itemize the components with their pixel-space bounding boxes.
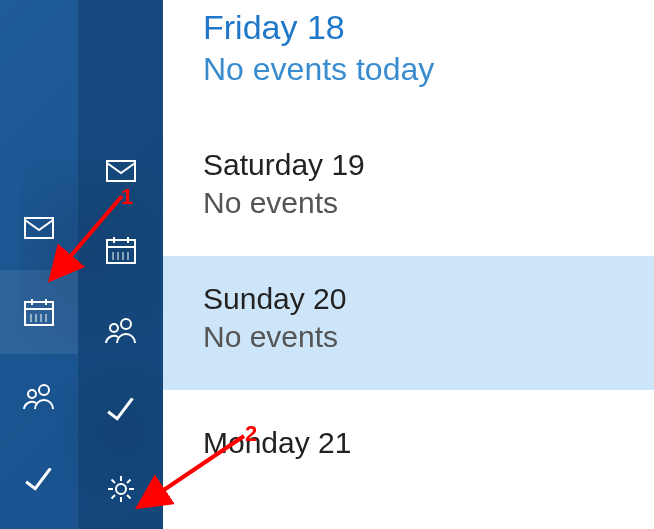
outer-people-button[interactable] bbox=[0, 354, 78, 438]
day-subtitle: No events bbox=[203, 320, 654, 354]
day-title: Friday 18 bbox=[203, 8, 654, 47]
svg-rect-0 bbox=[25, 218, 53, 238]
inner-todo-button[interactable] bbox=[78, 370, 163, 450]
people-icon bbox=[105, 316, 137, 344]
day-title: Saturday 19 bbox=[203, 148, 654, 182]
annotation-label-2: 2 bbox=[245, 421, 257, 447]
gear-icon bbox=[106, 474, 136, 504]
outer-calendar-button[interactable] bbox=[0, 270, 78, 354]
svg-line-30 bbox=[111, 495, 115, 499]
inner-settings-button[interactable] bbox=[78, 449, 163, 529]
app-rail-outer bbox=[0, 0, 78, 529]
outer-mail-button[interactable] bbox=[0, 186, 78, 270]
svg-point-10 bbox=[28, 390, 36, 398]
day-item[interactable]: Monday 21 bbox=[163, 390, 654, 466]
svg-point-20 bbox=[121, 319, 131, 329]
svg-rect-1 bbox=[25, 302, 53, 325]
annotation-label-1: 1 bbox=[121, 184, 133, 210]
svg-rect-12 bbox=[107, 240, 135, 263]
outer-todo-button[interactable] bbox=[0, 438, 78, 522]
day-subtitle: No events bbox=[203, 186, 654, 220]
day-item[interactable]: Saturday 19 No events bbox=[163, 112, 654, 248]
svg-point-22 bbox=[116, 484, 126, 494]
svg-point-9 bbox=[39, 385, 49, 395]
day-today[interactable]: Friday 18 No events today bbox=[163, 0, 654, 112]
day-title: Monday 21 bbox=[203, 426, 654, 460]
todo-icon bbox=[24, 468, 54, 492]
svg-line-28 bbox=[127, 495, 131, 499]
todo-icon bbox=[106, 398, 136, 422]
mail-icon bbox=[24, 217, 54, 239]
day-item-selected[interactable]: Sunday 20 No events bbox=[163, 256, 654, 390]
agenda-list: Friday 18 No events today Saturday 19 No… bbox=[163, 0, 654, 529]
day-subtitle: No events today bbox=[203, 51, 654, 88]
inner-calendar-button[interactable] bbox=[78, 210, 163, 290]
mail-icon bbox=[106, 160, 136, 182]
app-rail-inner bbox=[78, 0, 163, 529]
svg-point-21 bbox=[110, 324, 118, 332]
calendar-icon bbox=[106, 236, 136, 264]
people-icon bbox=[23, 382, 55, 410]
svg-line-27 bbox=[111, 480, 115, 484]
svg-line-29 bbox=[127, 480, 131, 484]
svg-rect-11 bbox=[107, 161, 135, 181]
day-title: Sunday 20 bbox=[203, 282, 654, 316]
inner-people-button[interactable] bbox=[78, 290, 163, 370]
calendar-icon bbox=[24, 298, 54, 326]
